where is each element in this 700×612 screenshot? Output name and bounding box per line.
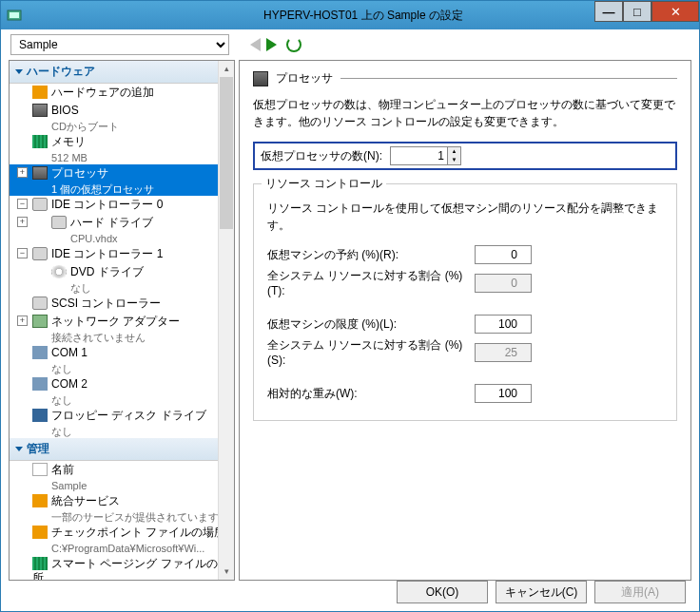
- tree-com2[interactable]: COM 2: [10, 375, 234, 393]
- spinner-up-icon[interactable]: ▲: [448, 147, 460, 156]
- section-title: プロセッサ: [276, 70, 333, 86]
- collapse-icon[interactable]: −: [17, 248, 28, 258]
- tree-ide1[interactable]: −IDE コントローラー 1: [10, 245, 234, 263]
- tree-ide0[interactable]: −IDE コントローラー 0: [10, 196, 234, 214]
- reserve-input[interactable]: [475, 245, 532, 264]
- vproc-highlight: 仮想プロセッサの数(N): ▲ ▼: [253, 142, 677, 170]
- tree-name-sub: Sample: [10, 479, 234, 492]
- limit-total-output: [475, 343, 532, 362]
- tree-hdd-sub: CPU.vhdx: [10, 232, 234, 245]
- titlebar: HYPERV-HOST01 上の Sample の設定 — □ ✕: [1, 1, 699, 29]
- limit-input[interactable]: [475, 315, 532, 334]
- scroll-down-icon[interactable]: ▾: [219, 564, 234, 580]
- detail-panel: プロセッサ 仮想プロセッサの数は、物理コンピューター上のプロセッサの数に基づいて…: [239, 60, 691, 581]
- vproc-spinner[interactable]: ▲ ▼: [390, 146, 461, 165]
- expand-icon[interactable]: +: [17, 217, 28, 227]
- reserve-total-label: 全システム リソースに対する割合 (%)(T):: [267, 268, 467, 297]
- tree-bios[interactable]: BIOS: [10, 102, 234, 120]
- vproc-input[interactable]: [391, 147, 447, 164]
- collapse-icon[interactable]: −: [17, 199, 28, 209]
- spinner-down-icon[interactable]: ▼: [448, 156, 460, 164]
- resource-control-group: リソース コントロール リソース コントロールを使用して仮想マシン間のリソース配…: [253, 183, 677, 421]
- expand-icon[interactable]: +: [17, 167, 28, 178]
- tree-checkpoint-sub: C:¥ProgramData¥Microsoft¥Wi...: [10, 542, 234, 555]
- tree-floppy[interactable]: フロッピー ディスク ドライブ: [10, 407, 234, 425]
- scroll-thumb[interactable]: [220, 77, 233, 229]
- management-header: 管理: [10, 438, 234, 461]
- tree-add-hardware[interactable]: ハードウェアの追加: [10, 84, 234, 102]
- tree-processor[interactable]: +プロセッサ: [10, 164, 234, 182]
- svg-rect-1: [10, 12, 19, 18]
- nav-back-icon[interactable]: [250, 38, 261, 51]
- tree-checkpoint[interactable]: チェックポイント ファイルの場所: [10, 524, 234, 542]
- settings-tree[interactable]: ハードウェア ハードウェアの追加 BIOS CDからブート メモリ 512 MB…: [9, 60, 235, 581]
- apply-button: 適用(A): [594, 581, 686, 603]
- tree-paging[interactable]: スマート ページング ファイルの場所: [10, 555, 234, 581]
- limit-label: 仮想マシンの限度 (%)(L):: [267, 316, 467, 333]
- tree-com2-sub: なし: [10, 393, 234, 407]
- expand-icon[interactable]: +: [17, 316, 28, 326]
- reserve-total-output: [475, 274, 532, 293]
- weight-input[interactable]: [475, 384, 532, 403]
- tree-integration-sub: 一部のサービスが提供されています: [10, 510, 234, 524]
- refresh-icon[interactable]: [286, 37, 301, 52]
- close-button[interactable]: ✕: [651, 1, 699, 22]
- vm-selector[interactable]: Sample: [10, 34, 229, 55]
- tree-hdd[interactable]: +ハード ドライブ: [10, 214, 234, 232]
- resource-description: リソース コントロールを使用して仮想マシン間のリソース配分を調整できます。: [267, 200, 663, 234]
- nav-forward-icon[interactable]: [266, 38, 277, 51]
- hardware-header: ハードウェア: [10, 61, 234, 84]
- cancel-button[interactable]: キャンセル(C): [496, 581, 587, 603]
- tree-floppy-sub: なし: [10, 425, 234, 438]
- tree-scrollbar[interactable]: ▴ ▾: [218, 61, 234, 580]
- tree-name[interactable]: 名前: [10, 461, 234, 479]
- tree-processor-sub: 1 個の仮想プロセッサ: [10, 182, 234, 196]
- toolbar: Sample: [1, 29, 699, 60]
- resource-group-title: リソース コントロール: [262, 176, 386, 192]
- dialog-buttons: OK(O) キャンセル(C) 適用(A): [397, 581, 686, 603]
- tree-bios-sub: CDからブート: [10, 120, 234, 133]
- processor-icon: [253, 71, 268, 86]
- tree-network-sub: 接続されていません: [10, 331, 234, 344]
- vproc-label: 仮想プロセッサの数(N):: [261, 148, 382, 164]
- tree-network[interactable]: +ネットワーク アダプター: [10, 313, 234, 331]
- app-icon: [7, 8, 22, 23]
- section-description: 仮想プロセッサの数は、物理コンピューター上のプロセッサの数に基づいて変更できます…: [253, 96, 677, 130]
- tree-dvd[interactable]: DVD ドライブ: [10, 263, 234, 281]
- tree-scsi[interactable]: SCSI コントローラー: [10, 295, 234, 313]
- minimize-button[interactable]: —: [594, 1, 623, 22]
- ok-button[interactable]: OK(O): [397, 581, 488, 603]
- tree-com1[interactable]: COM 1: [10, 344, 234, 362]
- tree-dvd-sub: なし: [10, 281, 234, 295]
- tree-integration[interactable]: 統合サービス: [10, 492, 234, 510]
- maximize-button[interactable]: □: [623, 1, 651, 22]
- tree-memory-sub: 512 MB: [10, 151, 234, 164]
- tree-memory[interactable]: メモリ: [10, 133, 234, 151]
- limit-total-label: 全システム リソースに対する割合 (%)(S):: [267, 337, 467, 367]
- tree-com1-sub: なし: [10, 362, 234, 375]
- scroll-up-icon[interactable]: ▴: [219, 61, 234, 77]
- reserve-label: 仮想マシンの予約 (%)(R):: [267, 247, 467, 263]
- weight-label: 相対的な重み(W):: [267, 386, 467, 402]
